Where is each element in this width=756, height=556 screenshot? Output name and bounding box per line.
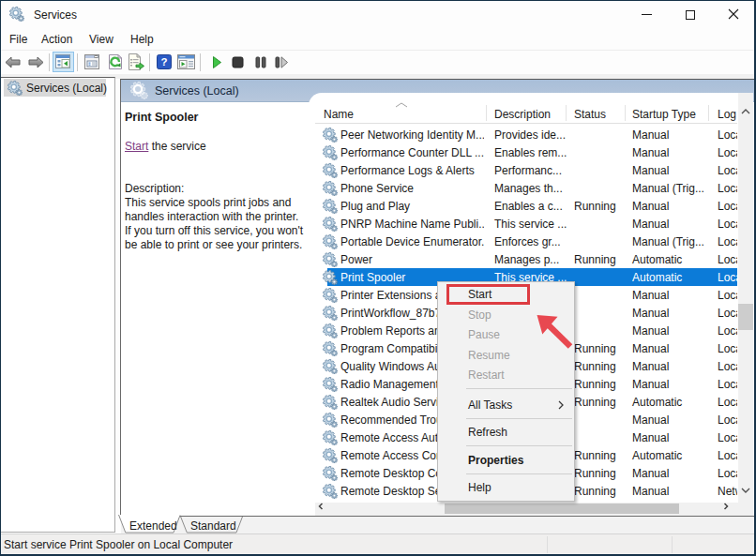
svg-text:?: ? <box>160 56 167 68</box>
